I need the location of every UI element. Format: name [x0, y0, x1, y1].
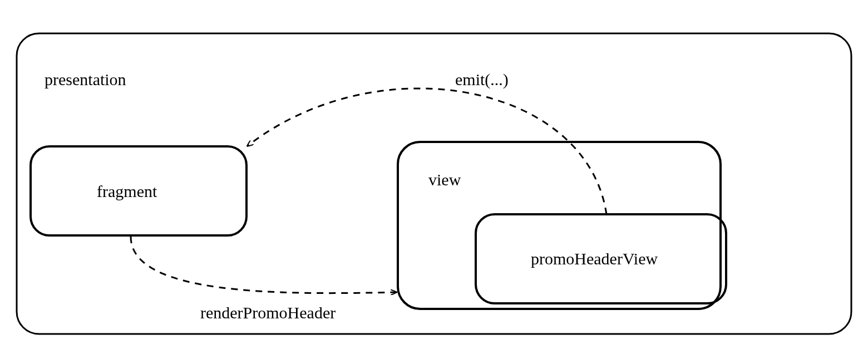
render-promo-header-arrow	[131, 237, 396, 293]
emit-arrow	[248, 88, 606, 214]
presentation-label: presentation	[45, 70, 126, 89]
emit-edge-label: emit(...)	[455, 70, 509, 89]
view-box	[398, 142, 721, 309]
promo-header-view-label: promoHeaderView	[531, 249, 658, 268]
view-label: view	[428, 170, 461, 189]
render-promo-header-edge-label: renderPromoHeader	[200, 303, 336, 322]
fragment-label: fragment	[97, 182, 157, 201]
